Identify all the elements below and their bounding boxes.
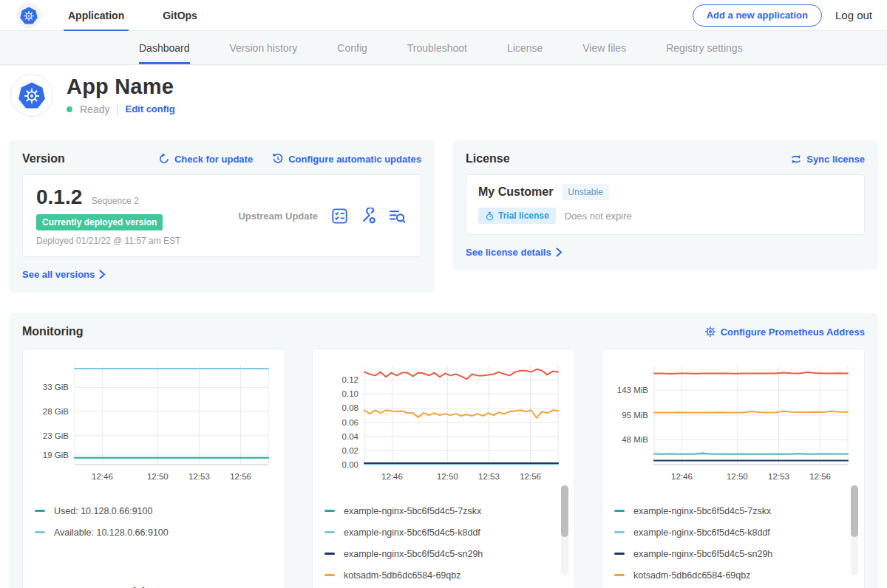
disk-usage-legend: Used: 10.128.0.66:9100 Available: 10.128… bbox=[35, 500, 273, 543]
scrollbar-thumb[interactable] bbox=[561, 485, 568, 537]
legend-item: kotsadm-5db6dc6584-69qbz bbox=[614, 564, 852, 586]
view-logs-icon[interactable] bbox=[389, 208, 406, 225]
svg-text:0.00: 0.00 bbox=[342, 460, 358, 469]
refresh-icon bbox=[158, 153, 170, 165]
svg-text:0.04: 0.04 bbox=[342, 432, 359, 441]
svg-text:12:46: 12:46 bbox=[92, 472, 113, 481]
tab-gitops[interactable]: GitOps bbox=[158, 0, 202, 31]
app-header: App Name Ready Edit config bbox=[0, 65, 887, 133]
svg-text:12:50: 12:50 bbox=[437, 472, 458, 481]
svg-text:12:50: 12:50 bbox=[147, 472, 169, 481]
current-version-row: 0.1.2 Sequence 2 Currently deployed vers… bbox=[22, 174, 421, 257]
version-number: 0.1.2 bbox=[36, 185, 82, 208]
license-summary-row: My Customer Unstable Trial license Does … bbox=[466, 174, 865, 235]
subnav-troubleshoot[interactable]: Troubleshoot bbox=[407, 31, 467, 64]
add-application-button[interactable]: Add a new application bbox=[693, 4, 822, 27]
svg-text:12:56: 12:56 bbox=[809, 472, 831, 481]
subnav-registry-settings[interactable]: Registry settings bbox=[666, 31, 742, 64]
preflight-checks-icon[interactable] bbox=[331, 208, 348, 225]
license-expiry: Does not expire bbox=[565, 211, 632, 222]
check-for-update-link[interactable]: Check for update bbox=[158, 153, 253, 165]
svg-text:12:53: 12:53 bbox=[768, 472, 789, 481]
svg-text:12:53: 12:53 bbox=[478, 472, 500, 481]
svg-text:23 GiB: 23 GiB bbox=[43, 431, 69, 440]
memory-usage-legend: example-nginx-5bc6f5d4c5-7zskx example-n… bbox=[614, 500, 852, 586]
license-card: License Sync license My Customer Unstabl… bbox=[452, 140, 878, 270]
scrollbar-thumb[interactable] bbox=[851, 485, 858, 537]
channel-badge: Unstable bbox=[562, 184, 608, 200]
sync-icon bbox=[790, 154, 802, 165]
subnav-config[interactable]: Config bbox=[337, 31, 367, 64]
subnav-version-history[interactable]: Version history bbox=[230, 31, 298, 64]
ready-status-dot bbox=[67, 106, 72, 112]
subnav-view-files[interactable]: View files bbox=[582, 31, 626, 64]
sync-license-link[interactable]: Sync license bbox=[790, 154, 865, 165]
legend-item: example-nginx-5bc6f5d4c5-7zskx bbox=[324, 500, 563, 522]
monitoring-title: Monitoring bbox=[22, 325, 84, 338]
version-sequence: Sequence 2 bbox=[92, 196, 139, 206]
disk-usage-chart: 12:4612:5012:5312:5633 GiB28 GiB23 GiB19… bbox=[35, 361, 274, 491]
edit-config-link[interactable]: Edit config bbox=[125, 103, 174, 114]
divider bbox=[117, 103, 118, 115]
version-source: Upstream Update bbox=[180, 211, 331, 222]
legend-item: example-nginx-5bc6f5d4c5-k8ddf bbox=[614, 522, 852, 543]
configure-automatic-updates-link[interactable]: Configure automatic updates bbox=[272, 153, 421, 165]
version-card-title: Version bbox=[22, 152, 65, 165]
svg-text:0.06: 0.06 bbox=[342, 418, 358, 427]
svg-text:143 MiB: 143 MiB bbox=[617, 386, 649, 394]
svg-text:12:46: 12:46 bbox=[381, 472, 403, 481]
memory-usage-chart-card: 12:4612:5012:5312:56143 MiB95 MiB48 MiB … bbox=[602, 349, 865, 588]
legend-item: kotsadm-5db6dc6584-69qbz bbox=[324, 564, 563, 586]
kubernetes-logo-icon[interactable] bbox=[16, 3, 41, 28]
legend-item: example-nginx-5bc6f5d4c5-sn29h bbox=[614, 543, 852, 564]
svg-text:12:46: 12:46 bbox=[671, 472, 693, 481]
legend-item: Used: 10.128.0.66:9100 bbox=[35, 500, 273, 522]
deployed-timestamp: Deployed 01/21/22 @ 11:57 am EST bbox=[36, 236, 180, 246]
license-card-title: License bbox=[466, 152, 510, 165]
chevron-right-icon bbox=[99, 270, 106, 279]
config-wrench-icon[interactable] bbox=[360, 208, 377, 225]
cpu-usage-chart-card: 12:4612:5012:5312:560.120.100.080.060.04… bbox=[312, 349, 575, 588]
customer-name: My Customer bbox=[478, 185, 553, 199]
svg-text:12:56: 12:56 bbox=[520, 472, 541, 481]
svg-text:0.12: 0.12 bbox=[342, 375, 358, 384]
chevron-right-icon bbox=[556, 247, 563, 257]
svg-text:0.08: 0.08 bbox=[342, 403, 358, 412]
legend-item: example-nginx-5bc6f5d4c5-sn29h bbox=[324, 543, 563, 564]
svg-text:0.02: 0.02 bbox=[342, 446, 358, 455]
monitoring-section: Monitoring Configure Prometheus Address bbox=[9, 313, 878, 588]
svg-text:28 GiB: 28 GiB bbox=[43, 407, 69, 416]
gear-icon bbox=[704, 326, 716, 338]
disk-usage-chart-card: 12:4612:5012:5312:5633 GiB28 GiB23 GiB19… bbox=[22, 349, 285, 588]
page-title: App Name bbox=[67, 75, 175, 99]
deployed-badge: Currently deployed version bbox=[36, 214, 163, 230]
top-nav: Application GitOps Add a new application… bbox=[0, 0, 887, 31]
legend-scrollbar[interactable] bbox=[561, 485, 568, 575]
legend-scrollbar[interactable] bbox=[851, 485, 858, 575]
subnav-dashboard[interactable]: Dashboard bbox=[139, 31, 190, 64]
svg-text:12:53: 12:53 bbox=[188, 472, 210, 481]
tab-application[interactable]: Application bbox=[64, 0, 129, 31]
configure-prometheus-link[interactable]: Configure Prometheus Address bbox=[704, 326, 865, 338]
svg-text:95 MiB: 95 MiB bbox=[622, 411, 648, 420]
app-logo-icon bbox=[10, 74, 53, 117]
svg-text:0.10: 0.10 bbox=[342, 389, 358, 398]
svg-text:19 GiB: 19 GiB bbox=[43, 451, 69, 459]
cpu-usage-chart: 12:4612:5012:5312:560.120.100.080.060.04… bbox=[324, 361, 564, 491]
legend-item: Available: 10.128.0.66:9100 bbox=[35, 522, 273, 543]
legend-item: example-nginx-5bc6f5d4c5-7zskx bbox=[614, 500, 852, 522]
subnav-license[interactable]: License bbox=[507, 31, 543, 64]
svg-text:12:56: 12:56 bbox=[230, 472, 251, 481]
memory-usage-chart: 12:4612:5012:5312:56143 MiB95 MiB48 MiB bbox=[614, 361, 854, 491]
see-all-versions-link[interactable]: See all versions bbox=[22, 269, 106, 280]
see-license-details-link[interactable]: See license details bbox=[466, 247, 563, 258]
app-sub-nav: Dashboard Version history Config Trouble… bbox=[0, 31, 887, 65]
svg-text:12:50: 12:50 bbox=[727, 472, 748, 481]
svg-text:48 MiB: 48 MiB bbox=[622, 435, 648, 444]
trial-license-badge: Trial license bbox=[478, 208, 556, 224]
cpu-usage-legend: example-nginx-5bc6f5d4c5-7zskx example-n… bbox=[324, 500, 563, 586]
logout-button[interactable]: Log out bbox=[835, 9, 872, 21]
clock-update-icon bbox=[272, 153, 284, 165]
status-text: Ready bbox=[80, 103, 109, 115]
stopwatch-icon bbox=[485, 211, 495, 221]
